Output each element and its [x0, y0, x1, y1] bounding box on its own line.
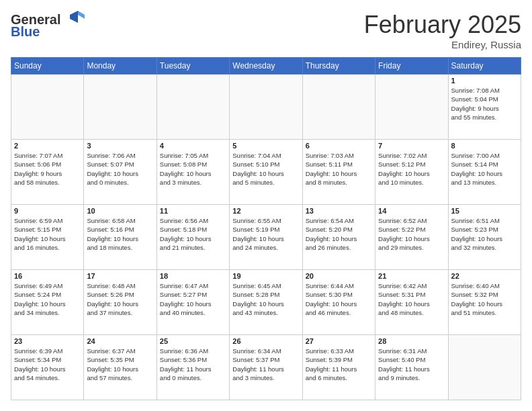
col-friday: Friday [375, 58, 448, 75]
day-number: 2 [14, 142, 81, 150]
table-row: 6Sunrise: 7:03 AM Sunset: 5:11 PM Daylig… [302, 140, 375, 205]
table-row: 10Sunrise: 6:58 AM Sunset: 5:16 PM Dayli… [84, 205, 157, 270]
table-row: 3Sunrise: 7:06 AM Sunset: 5:07 PM Daylig… [84, 140, 157, 205]
table-row: 5Sunrise: 7:04 AM Sunset: 5:10 PM Daylig… [230, 140, 302, 205]
day-number: 27 [306, 337, 372, 345]
day-number: 13 [306, 207, 372, 215]
day-details: Sunrise: 6:51 AM Sunset: 5:23 PM Dayligh… [451, 216, 518, 252]
day-details: Sunrise: 7:03 AM Sunset: 5:11 PM Dayligh… [306, 151, 372, 187]
table-row [157, 75, 229, 140]
logo: General Blue [11, 11, 85, 42]
calendar-week-1: 2Sunrise: 7:07 AM Sunset: 5:06 PM Daylig… [11, 140, 521, 205]
month-title: February 2025 [364, 11, 521, 39]
table-row [302, 75, 375, 140]
table-row: 24Sunrise: 6:37 AM Sunset: 5:35 PM Dayli… [84, 335, 157, 400]
svg-text:Blue: Blue [11, 24, 40, 39]
table-row: 18Sunrise: 6:47 AM Sunset: 5:27 PM Dayli… [157, 270, 229, 335]
day-details: Sunrise: 7:02 AM Sunset: 5:12 PM Dayligh… [378, 151, 445, 187]
table-row [230, 75, 302, 140]
table-row: 16Sunrise: 6:49 AM Sunset: 5:24 PM Dayli… [11, 270, 84, 335]
location: Endirey, Russia [364, 39, 521, 50]
day-number: 8 [451, 142, 518, 150]
day-details: Sunrise: 6:33 AM Sunset: 5:39 PM Dayligh… [306, 347, 372, 382]
day-number: 7 [378, 142, 445, 150]
day-details: Sunrise: 6:44 AM Sunset: 5:30 PM Dayligh… [306, 281, 372, 317]
table-row [448, 335, 521, 400]
day-details: Sunrise: 7:04 AM Sunset: 5:10 PM Dayligh… [232, 151, 299, 187]
table-row: 26Sunrise: 6:34 AM Sunset: 5:37 PM Dayli… [230, 335, 302, 400]
day-details: Sunrise: 6:42 AM Sunset: 5:31 PM Dayligh… [378, 281, 445, 317]
col-thursday: Thursday [302, 58, 375, 75]
table-row: 1Sunrise: 7:08 AM Sunset: 5:04 PM Daylig… [448, 75, 521, 140]
col-saturday: Saturday [448, 58, 521, 75]
calendar-week-2: 9Sunrise: 6:59 AM Sunset: 5:15 PM Daylig… [11, 205, 521, 270]
day-number: 10 [87, 207, 153, 215]
table-row: 22Sunrise: 6:40 AM Sunset: 5:32 PM Dayli… [448, 270, 521, 335]
day-details: Sunrise: 7:06 AM Sunset: 5:07 PM Dayligh… [87, 151, 153, 187]
calendar-week-3: 16Sunrise: 6:49 AM Sunset: 5:24 PM Dayli… [11, 270, 521, 335]
table-row: 28Sunrise: 6:31 AM Sunset: 5:40 PM Dayli… [375, 335, 448, 400]
table-row: 27Sunrise: 6:33 AM Sunset: 5:39 PM Dayli… [302, 335, 375, 400]
table-row: 8Sunrise: 7:00 AM Sunset: 5:14 PM Daylig… [448, 140, 521, 205]
day-details: Sunrise: 6:49 AM Sunset: 5:24 PM Dayligh… [14, 281, 81, 317]
day-number: 19 [232, 272, 299, 280]
table-row: 2Sunrise: 7:07 AM Sunset: 5:06 PM Daylig… [11, 140, 84, 205]
table-row: 7Sunrise: 7:02 AM Sunset: 5:12 PM Daylig… [375, 140, 448, 205]
day-details: Sunrise: 7:00 AM Sunset: 5:14 PM Dayligh… [451, 151, 518, 187]
header: General Blue February 2025 Endirey, Russ… [11, 11, 521, 50]
day-details: Sunrise: 6:52 AM Sunset: 5:22 PM Dayligh… [378, 216, 445, 252]
day-details: Sunrise: 6:56 AM Sunset: 5:18 PM Dayligh… [160, 216, 226, 252]
day-number: 26 [232, 337, 299, 345]
table-row [375, 75, 448, 140]
day-number: 11 [160, 207, 226, 215]
day-number: 21 [378, 272, 445, 280]
day-number: 20 [306, 272, 372, 280]
table-row [11, 75, 84, 140]
table-row: 17Sunrise: 6:48 AM Sunset: 5:26 PM Dayli… [84, 270, 157, 335]
day-number: 24 [87, 337, 153, 345]
day-details: Sunrise: 6:48 AM Sunset: 5:26 PM Dayligh… [87, 281, 153, 317]
day-number: 1 [451, 77, 518, 85]
day-number: 22 [451, 272, 518, 280]
col-sunday: Sunday [11, 58, 84, 75]
title-area: February 2025 Endirey, Russia [364, 11, 521, 50]
svg-marker-2 [70, 11, 78, 23]
day-number: 25 [160, 337, 226, 345]
table-row: 20Sunrise: 6:44 AM Sunset: 5:30 PM Dayli… [302, 270, 375, 335]
day-number: 14 [378, 207, 445, 215]
day-details: Sunrise: 6:40 AM Sunset: 5:32 PM Dayligh… [451, 281, 518, 317]
table-row: 15Sunrise: 6:51 AM Sunset: 5:23 PM Dayli… [448, 205, 521, 270]
table-row [84, 75, 157, 140]
day-details: Sunrise: 6:47 AM Sunset: 5:27 PM Dayligh… [160, 281, 226, 317]
svg-marker-3 [78, 11, 85, 19]
table-row: 21Sunrise: 6:42 AM Sunset: 5:31 PM Dayli… [375, 270, 448, 335]
day-details: Sunrise: 6:54 AM Sunset: 5:20 PM Dayligh… [306, 216, 372, 252]
table-row: 12Sunrise: 6:55 AM Sunset: 5:19 PM Dayli… [230, 205, 302, 270]
table-row: 14Sunrise: 6:52 AM Sunset: 5:22 PM Dayli… [375, 205, 448, 270]
day-details: Sunrise: 6:34 AM Sunset: 5:37 PM Dayligh… [232, 347, 299, 382]
day-number: 17 [87, 272, 153, 280]
day-details: Sunrise: 6:55 AM Sunset: 5:19 PM Dayligh… [232, 216, 299, 252]
table-row: 11Sunrise: 6:56 AM Sunset: 5:18 PM Dayli… [157, 205, 229, 270]
table-row: 25Sunrise: 6:36 AM Sunset: 5:36 PM Dayli… [157, 335, 229, 400]
calendar-week-4: 23Sunrise: 6:39 AM Sunset: 5:34 PM Dayli… [11, 335, 521, 400]
day-number: 18 [160, 272, 226, 280]
day-number: 6 [306, 142, 372, 150]
table-row: 13Sunrise: 6:54 AM Sunset: 5:20 PM Dayli… [302, 205, 375, 270]
calendar-week-0: 1Sunrise: 7:08 AM Sunset: 5:04 PM Daylig… [11, 75, 521, 140]
table-row: 9Sunrise: 6:59 AM Sunset: 5:15 PM Daylig… [11, 205, 84, 270]
day-details: Sunrise: 6:31 AM Sunset: 5:40 PM Dayligh… [378, 347, 445, 382]
day-details: Sunrise: 6:58 AM Sunset: 5:16 PM Dayligh… [87, 216, 153, 252]
day-details: Sunrise: 7:08 AM Sunset: 5:04 PM Dayligh… [451, 86, 518, 122]
day-number: 15 [451, 207, 518, 215]
day-number: 23 [14, 337, 81, 345]
calendar-header-row: Sunday Monday Tuesday Wednesday Thursday… [11, 58, 521, 75]
day-number: 3 [87, 142, 153, 150]
table-row: 19Sunrise: 6:45 AM Sunset: 5:28 PM Dayli… [230, 270, 302, 335]
table-row: 4Sunrise: 7:05 AM Sunset: 5:08 PM Daylig… [157, 140, 229, 205]
day-details: Sunrise: 6:36 AM Sunset: 5:36 PM Dayligh… [160, 347, 226, 382]
calendar-table: Sunday Monday Tuesday Wednesday Thursday… [11, 57, 521, 400]
page: General Blue February 2025 Endirey, Russ… [0, 0, 532, 411]
day-number: 28 [378, 337, 445, 345]
day-details: Sunrise: 6:39 AM Sunset: 5:34 PM Dayligh… [14, 347, 81, 382]
